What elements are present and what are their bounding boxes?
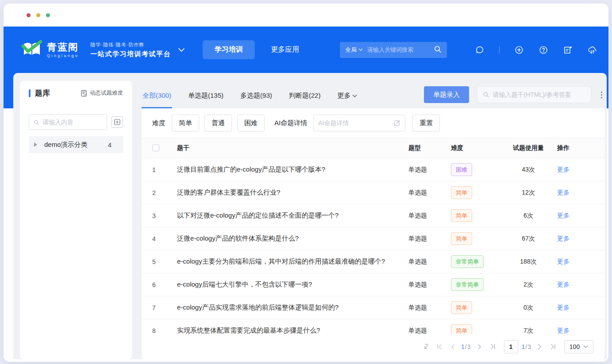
first-page-icon[interactable] — [435, 340, 444, 353]
window-minimize-dot[interactable] — [36, 13, 40, 17]
difficulty-normal-button[interactable]: 普通 — [204, 115, 232, 131]
row-more-link[interactable]: 更多 — [557, 258, 594, 266]
row-more-link[interactable]: 更多 — [557, 189, 594, 197]
usage-count: 7次 — [500, 327, 557, 335]
question-type-tabs: 全部(300) 单选题(135) 多选题(93) 判断题(22) 更多 单题录入 — [142, 81, 605, 108]
global-search-input[interactable] — [367, 46, 434, 53]
help-circle-icon[interactable] — [539, 45, 548, 55]
more-options-kebab-icon[interactable] — [598, 90, 605, 100]
global-search-bar[interactable]: 全局 — [340, 42, 447, 58]
search-icon — [483, 91, 489, 98]
usage-count: 2次 — [500, 281, 557, 289]
tab-judgement[interactable]: 判断题(22) — [288, 83, 322, 108]
row-more-link[interactable]: 更多 — [557, 166, 594, 174]
page-size-select[interactable]: 100 — [564, 340, 593, 353]
page-indicator-2: 1/3 — [522, 343, 531, 350]
single-question-entry-button[interactable]: 单题录入 — [424, 86, 469, 103]
usage-count: 12次 — [500, 189, 557, 197]
question-search-field[interactable] — [477, 86, 591, 103]
difficulty-badge: 困难 — [451, 163, 472, 176]
prev-page-icon[interactable] — [448, 340, 458, 353]
row-more-link[interactable]: 更多 — [557, 235, 594, 243]
table-row: 8实现系统整体配置需要完成的最基本步骤是什么?单选题简单7次更多 — [142, 319, 605, 334]
reset-button[interactable]: 重置 — [412, 115, 440, 131]
notes-document-icon[interactable] — [563, 45, 573, 55]
brand-name: 青蓝阁 — [47, 42, 79, 53]
difficulty-hard-button[interactable]: 困难 — [237, 115, 265, 131]
table-row: 1泛微目前重点推广的e-cology产品是以下哪个版本?单选题困难43次更多 — [142, 158, 605, 181]
column-action: 操作 — [557, 144, 594, 152]
question-type: 单选题 — [408, 235, 451, 243]
row-more-link[interactable]: 更多 — [557, 281, 594, 289]
question-text: e-cology后端七大引擎中，不包含以下哪一项? — [177, 280, 408, 289]
cloud-transfer-icon[interactable] — [587, 45, 597, 55]
platform-switch-chevron-down-icon[interactable] — [178, 48, 185, 52]
brand-logo: 青蓝阁 Qinglange — [21, 40, 79, 60]
row-more-link[interactable]: 更多 — [557, 327, 594, 335]
nav-item-learning-training[interactable]: 学习培训 — [203, 40, 255, 59]
category-search-field[interactable] — [29, 114, 107, 130]
search-icon — [34, 119, 39, 126]
table-row: 7e-cology产品实现需求落地的前后端整体逻辑是如何的?单选题简单0次更多 — [142, 296, 605, 319]
question-type: 单选题 — [408, 281, 451, 289]
tab-multi-choice[interactable]: 多选题(93) — [239, 83, 273, 108]
page-indicator: 1/3 — [461, 343, 471, 350]
window-close-dot[interactable] — [27, 13, 31, 17]
table-row: 3以下对泛微e-cology产品的定位描述不全面的是哪一个?单选题简单6次更多 — [142, 204, 605, 227]
search-icon[interactable] — [434, 45, 442, 55]
column-usage: 试题使用量 — [500, 144, 557, 152]
row-more-link[interactable]: 更多 — [557, 212, 594, 220]
next-page-icon[interactable] — [475, 340, 485, 353]
pagination-jump-icon[interactable] — [421, 340, 431, 353]
select-all-checkbox[interactable] — [152, 144, 159, 151]
tree-item-count: 4 — [108, 141, 112, 149]
ai-detail-field[interactable] — [313, 115, 405, 131]
row-index: 1 — [152, 166, 177, 173]
usage-count: 188次 — [500, 258, 557, 266]
tree-item-demo-category[interactable]: demo演示分类 4 — [29, 136, 123, 153]
column-question: 题干 — [177, 144, 408, 152]
last-page-icon[interactable] — [488, 340, 498, 353]
window-titlebar — [4, 4, 608, 27]
difficulty-badge: 简单 — [451, 324, 472, 334]
category-search-input[interactable] — [42, 119, 102, 126]
ai-detail-input[interactable] — [318, 119, 394, 126]
svg-text:AI: AI — [84, 93, 86, 96]
row-index: 7 — [152, 304, 177, 311]
difficulty-easy-button[interactable]: 简单 — [172, 115, 199, 131]
window-maximize-dot[interactable] — [46, 13, 50, 17]
add-circle-icon[interactable] — [514, 45, 524, 55]
search-scope-value: 全局 — [345, 46, 357, 54]
nav-item-more-apps[interactable]: 更多应用 — [271, 45, 299, 54]
search-scope-dropdown[interactable]: 全局 — [345, 46, 363, 54]
tab-single-choice[interactable]: 单选题(135) — [187, 83, 224, 108]
content-backdrop: 题库 AI 动态试题难度 d — [4, 73, 608, 362]
row-more-link[interactable]: 更多 — [557, 304, 594, 312]
header-icon-group — [460, 45, 597, 55]
last-page-icon-2[interactable] — [548, 340, 558, 353]
table-row: 2泛微的客户群体主要覆盖什么行业?单选题简单12次更多 — [142, 181, 605, 204]
difficulty-badge: 简单 — [451, 186, 472, 199]
current-page-input[interactable]: 1 — [504, 340, 518, 353]
question-text: e-cology产品实现需求落地的前后端整体逻辑是如何的? — [177, 303, 408, 312]
question-search-input[interactable] — [493, 91, 585, 98]
add-category-button[interactable] — [112, 116, 123, 128]
column-type: 题型 — [408, 144, 451, 152]
row-index: 4 — [152, 235, 177, 242]
tagline-small: 随学·随练·随考·防作弊 — [91, 42, 171, 48]
difficulty-badge: 非常简单 — [451, 278, 484, 291]
chevron-down-icon — [583, 345, 588, 349]
question-text: 以下对泛微e-cology产品的定位描述不全面的是哪一个? — [177, 211, 408, 220]
tab-all[interactable]: 全部(300) — [142, 83, 172, 108]
dynamic-difficulty-button[interactable]: AI 动态试题难度 — [81, 89, 123, 97]
next-page-icon-2[interactable] — [535, 340, 545, 353]
tab-more[interactable]: 更多 — [336, 83, 358, 108]
edit-square-icon[interactable] — [394, 119, 400, 126]
table-row: 6e-cology后端七大引擎中，不包含以下哪一项?单选题非常简单2次更多 — [142, 273, 605, 296]
message-bubble-icon[interactable] — [475, 45, 485, 55]
brand-latin: Qinglange — [47, 54, 79, 58]
caret-right-icon[interactable] — [34, 142, 37, 147]
question-text: 泛微e-cology产品的软件体系架构是什么? — [177, 234, 408, 243]
page-size-value: 100 — [570, 343, 580, 350]
chevron-down-icon — [352, 94, 357, 98]
